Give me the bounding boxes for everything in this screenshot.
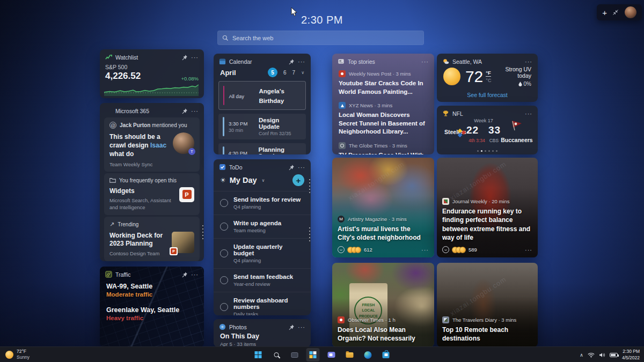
calendar-widget[interactable]: Calendar ··· April 5 6 7 ∨ All day Angel… <box>214 54 311 154</box>
frequent-label: You frequently open this <box>119 178 177 183</box>
scroll-indicator[interactable] <box>309 179 310 193</box>
carousel-dots[interactable] <box>437 150 538 152</box>
top-stories-widget[interactable]: Top stories ··· Weekly News Post · 3 min… <box>332 54 434 154</box>
add-task-button[interactable]: + <box>292 174 304 186</box>
start-button[interactable] <box>252 348 265 361</box>
task-row[interactable]: Update quarterly budget Q4 planning <box>214 238 311 268</box>
add-reaction-icon[interactable] <box>338 246 345 253</box>
add-reaction-icon[interactable] <box>442 246 449 253</box>
calendar-month: April <box>220 69 236 77</box>
task-row[interactable]: Send invites for review Q4 planning <box>214 191 311 215</box>
task-row[interactable]: Review dashboard numbers Daily tasks <box>214 292 311 315</box>
battery-icon[interactable] <box>610 353 618 357</box>
user-avatar[interactable] <box>625 6 636 18</box>
taskbar-clock[interactable]: 2:30 PM 4/5/2022 <box>622 349 640 361</box>
calendar-day[interactable]: 7 <box>292 70 296 76</box>
story-item[interactable]: Weekly News Post · 3 mins Youtube Star C… <box>332 68 434 100</box>
web-search-bar[interactable] <box>217 31 424 45</box>
task-checkbox[interactable] <box>220 249 228 257</box>
more-options-button[interactable]: ··· <box>525 111 532 116</box>
chevron-down-icon[interactable]: ∨ <box>262 178 265 183</box>
taskbar-search-button[interactable] <box>270 348 283 361</box>
story-item[interactable]: XYZ News · 3 mins Local Woman Discovers … <box>332 100 434 140</box>
task-name: Write up agenda <box>233 220 281 226</box>
route-status: Heavy traffic <box>106 315 197 321</box>
nfl-widget[interactable]: NFL ··· Steelers Week 17 22 33 4th 3:34 … <box>437 106 538 154</box>
search-icon <box>274 352 279 357</box>
more-options-button[interactable]: ··· <box>298 59 305 64</box>
team-away[interactable]: Buccaneers <box>501 119 533 143</box>
chevron-down-icon[interactable]: ∨ <box>301 70 304 75</box>
task-checkbox[interactable] <box>220 303 228 311</box>
story-meta: Weekly News Post · 3 mins <box>349 71 411 77</box>
pin-icon[interactable] <box>288 164 295 171</box>
traffic-widget[interactable]: Traffic ··· WA-99, Seattle Moderate traf… <box>100 267 204 347</box>
edge-button[interactable] <box>361 348 375 361</box>
task-checkbox[interactable] <box>220 199 228 207</box>
watchlist-widget[interactable]: Watchlist ··· S&P 500 4,226.52 +0.08% <box>100 49 204 98</box>
unit-fahrenheit[interactable]: °F <box>486 70 491 77</box>
unit-celsius[interactable]: °C <box>486 78 491 83</box>
task-row[interactable]: Write up agenda Team meeting <box>214 215 311 238</box>
task-view-button[interactable] <box>288 348 302 361</box>
news-card-organic[interactable]: FRESHLOCALPRODUCE Observer Times · 1 h D… <box>332 263 434 347</box>
calendar-event[interactable]: 4:30 PM 30 min Planning Session Conf Rm … <box>218 143 306 154</box>
sun-icon <box>5 351 13 359</box>
wifi-icon[interactable] <box>588 352 595 358</box>
buccaneers-logo <box>510 125 524 134</box>
more-options-button[interactable]: ··· <box>525 59 532 64</box>
source-favicon <box>339 70 346 77</box>
mention-card[interactable]: @ Jack Purton mentioned you This should … <box>104 117 200 172</box>
microsoft365-widget[interactable]: Microsoft 365 ··· @ Jack Purton mentione… <box>100 103 204 261</box>
calendar-event[interactable]: 3:30 PM 30 min Design Update Conf Rm 32/… <box>218 114 306 139</box>
more-options-button[interactable]: ··· <box>525 247 532 253</box>
task-detail: Team meeting <box>233 227 281 233</box>
news-card-travel[interactable]: The Travelers Diary · 3 mins Top 10 Remo… <box>437 263 538 347</box>
file-explorer-button[interactable] <box>343 348 356 361</box>
more-options-button[interactable]: ··· <box>421 59 429 64</box>
volume-icon[interactable] <box>599 352 605 358</box>
task-checkbox[interactable] <box>220 223 228 231</box>
more-options-button[interactable]: ··· <box>298 165 305 170</box>
frequent-file-card[interactable]: You frequently open this Widgets Microso… <box>104 173 200 215</box>
calendar-event[interactable]: All day Angela's Birthday <box>218 81 306 110</box>
pin-icon[interactable] <box>181 271 188 278</box>
more-options-button[interactable]: ··· <box>191 55 199 60</box>
event-duration: 30 min <box>229 128 254 133</box>
news-card-artist-mural[interactable]: M Artistry Magazine · 3 mins Artist's mu… <box>332 158 434 257</box>
see-full-forecast-link[interactable]: See full forecast <box>437 92 538 98</box>
search-input[interactable] <box>232 35 419 41</box>
photos-widget[interactable]: Photos ··· On This Day Apr 5 · 33 items <box>214 319 311 347</box>
pin-icon[interactable] <box>181 108 188 114</box>
taskbar-weather-button[interactable]: 72°F Sunny <box>5 349 30 360</box>
pin-icon[interactable] <box>181 54 188 61</box>
team-home[interactable]: Steelers <box>444 127 466 135</box>
more-options-button[interactable]: ··· <box>191 108 199 114</box>
calendar-day-selected[interactable]: 5 <box>268 68 277 77</box>
add-widget-button[interactable]: + <box>602 9 607 17</box>
story-item[interactable]: The Globe Times · 3 mins TV Presenter Go… <box>332 140 434 154</box>
weather-widget[interactable]: Seattle, WA ··· 72 °F °C Strong UV today… <box>437 54 538 102</box>
chat-button[interactable] <box>325 348 338 361</box>
contact-avatar: T <box>173 132 194 154</box>
source-favicon <box>338 316 345 323</box>
more-options-button[interactable]: ··· <box>298 324 305 330</box>
tray-chevron-up[interactable]: ∧ <box>580 352 583 358</box>
todo-list-name[interactable]: My Day <box>230 176 257 184</box>
pin-icon[interactable] <box>288 58 295 65</box>
scroll-indicator[interactable] <box>202 225 203 239</box>
scroll-indicator[interactable] <box>309 227 310 241</box>
task-checkbox[interactable] <box>220 276 228 284</box>
pin-icon[interactable] <box>288 324 295 330</box>
news-card-journal[interactable]: Journal Weekly · 20 mins Endurance runni… <box>437 158 538 257</box>
calendar-day[interactable]: 6 <box>283 70 287 76</box>
more-options-button[interactable]: ··· <box>191 272 199 277</box>
more-options-button[interactable]: ··· <box>421 247 429 253</box>
collapse-panel-icon[interactable] <box>612 9 619 16</box>
store-button[interactable] <box>379 348 393 361</box>
task-row[interactable]: Send team feedback Year-end review <box>214 268 311 292</box>
source-favicon <box>442 198 449 205</box>
todo-widget[interactable]: ToDo ··· ☀ My Day ∨ + Send invites for r… <box>214 159 311 315</box>
widgets-button[interactable] <box>306 348 320 361</box>
trending-card[interactable]: ↗ Trending Working Deck for 2023 Plannin… <box>104 217 200 261</box>
